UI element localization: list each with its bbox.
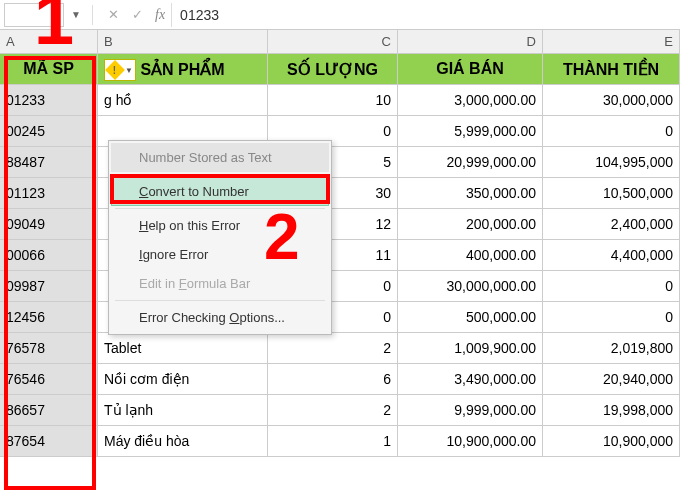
cell[interactable]: 87654: [0, 426, 98, 456]
formula-bar: ▼ ✕ ✓ fx 01233: [0, 0, 680, 30]
cell[interactable]: 500,000.00: [398, 302, 543, 332]
cell[interactable]: 86657: [0, 395, 98, 425]
cell[interactable]: 2,400,000: [543, 209, 680, 239]
spreadsheet-grid[interactable]: A B C D E MÃ SP SẢN PHẨM SỐ LƯỢNG GIÁ BÁ…: [0, 30, 680, 457]
cell[interactable]: 350,000.00: [398, 178, 543, 208]
error-smart-tag[interactable]: ! ▼: [104, 59, 136, 81]
cell[interactable]: 3,000,000.00: [398, 85, 543, 115]
menu-title: Number Stored as Text: [111, 143, 329, 172]
table-row[interactable]: 76546Nồi cơm điện63,490,000.0020,940,000: [0, 364, 680, 395]
cell[interactable]: Tablet: [98, 333, 268, 363]
cell[interactable]: 12456: [0, 302, 98, 332]
divider: [115, 174, 325, 175]
cell[interactable]: 104,995,000: [543, 147, 680, 177]
cell[interactable]: 3,490,000.00: [398, 364, 543, 394]
table-row[interactable]: 86657Tủ lạnh29,999,000.0019,998,000: [0, 395, 680, 426]
cell[interactable]: 10,900,000: [543, 426, 680, 456]
column-header-row: A B C D E: [0, 30, 680, 54]
table-row[interactable]: 0904912200,000.002,400,000: [0, 209, 680, 240]
cell[interactable]: 0: [543, 302, 680, 332]
table-header-row: MÃ SP SẢN PHẨM SỐ LƯỢNG GIÁ BÁN THÀNH TI…: [0, 54, 680, 85]
header-thanh-tien[interactable]: THÀNH TIỀN: [543, 54, 680, 84]
annotation-number-1: 1: [34, 0, 74, 60]
col-header-C[interactable]: C: [268, 30, 398, 53]
menu-error-options[interactable]: Error Checking Options...: [111, 303, 329, 332]
cell[interactable]: 0: [543, 116, 680, 146]
cell[interactable]: g hồ: [98, 85, 268, 115]
chevron-down-icon: ▼: [125, 66, 133, 75]
table-row[interactable]: 01233g hồ103,000,000.0030,000,000: [0, 85, 680, 116]
formula-input[interactable]: 01233: [171, 3, 680, 27]
cell[interactable]: 09987: [0, 271, 98, 301]
cell[interactable]: 0: [543, 271, 680, 301]
table-row[interactable]: 88487520,999,000.00104,995,000: [0, 147, 680, 178]
col-header-D[interactable]: D: [398, 30, 543, 53]
cell[interactable]: Nồi cơm điện: [98, 364, 268, 394]
cell[interactable]: 2: [268, 395, 398, 425]
divider: [92, 5, 93, 25]
table-row[interactable]: 0024505,999,000.000: [0, 116, 680, 147]
table-row[interactable]: 0006611400,000.004,400,000: [0, 240, 680, 271]
cell[interactable]: 88487: [0, 147, 98, 177]
cell[interactable]: 01123: [0, 178, 98, 208]
cell[interactable]: 10: [268, 85, 398, 115]
cell[interactable]: 30,000,000: [543, 85, 680, 115]
fx-icon[interactable]: fx: [155, 7, 165, 23]
cell[interactable]: Máy điều hòa: [98, 426, 268, 456]
cell[interactable]: 20,940,000: [543, 364, 680, 394]
cell[interactable]: 2: [268, 333, 398, 363]
divider: [115, 300, 325, 301]
cell[interactable]: 19,998,000: [543, 395, 680, 425]
cell[interactable]: 00066: [0, 240, 98, 270]
table-row[interactable]: 0112330350,000.0010,500,000: [0, 178, 680, 209]
cell[interactable]: 9,999,000.00: [398, 395, 543, 425]
header-gia-ban[interactable]: GIÁ BÁN: [398, 54, 543, 84]
cell[interactable]: 5,999,000.00: [398, 116, 543, 146]
cell[interactable]: 20,999,000.00: [398, 147, 543, 177]
cell[interactable]: 09049: [0, 209, 98, 239]
cell[interactable]: 6: [268, 364, 398, 394]
cell[interactable]: 76578: [0, 333, 98, 363]
cell[interactable]: 00245: [0, 116, 98, 146]
col-header-B[interactable]: B: [98, 30, 268, 53]
cell[interactable]: 10,500,000: [543, 178, 680, 208]
cell[interactable]: 4,400,000: [543, 240, 680, 270]
table-row[interactable]: 124560500,000.000: [0, 302, 680, 333]
cell[interactable]: 01233: [0, 85, 98, 115]
cell[interactable]: 10,900,000.00: [398, 426, 543, 456]
enter-icon[interactable]: ✓: [125, 7, 149, 22]
cell[interactable]: 1: [268, 426, 398, 456]
cell[interactable]: 1,009,900.00: [398, 333, 543, 363]
table-row[interactable]: 76578Tablet21,009,900.002,019,800: [0, 333, 680, 364]
cell[interactable]: 2,019,800: [543, 333, 680, 363]
cancel-icon[interactable]: ✕: [101, 7, 125, 22]
annotation-number-2: 2: [264, 200, 300, 274]
warning-icon: !: [105, 60, 125, 80]
col-header-E[interactable]: E: [543, 30, 680, 53]
cell[interactable]: 30,000,000.00: [398, 271, 543, 301]
header-so-luong[interactable]: SỐ LƯỢNG: [268, 54, 398, 84]
cell[interactable]: 400,000.00: [398, 240, 543, 270]
table-row[interactable]: 09987030,000,000.000: [0, 271, 680, 302]
cell[interactable]: 200,000.00: [398, 209, 543, 239]
cell[interactable]: Tủ lạnh: [98, 395, 268, 425]
cell[interactable]: 76546: [0, 364, 98, 394]
table-row[interactable]: 87654Máy điều hòa110,900,000.0010,900,00…: [0, 426, 680, 457]
